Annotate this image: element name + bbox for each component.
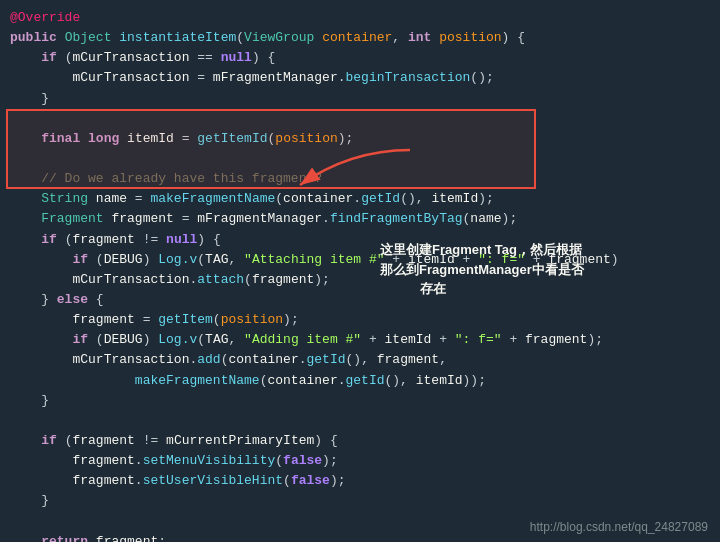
code-line-14: } else { xyxy=(10,290,710,310)
code-line-23: fragment.setUserVisibleHint(false); xyxy=(10,471,710,491)
code-line-7 xyxy=(10,149,710,169)
code-line-15: fragment = getItem(position); xyxy=(10,310,710,330)
code-editor: @Override public Object instantiateItem(… xyxy=(0,0,720,542)
code-line-4: } xyxy=(10,89,710,109)
code-line-16: if (DEBUG) Log.v(TAG, "Adding item #" + … xyxy=(10,330,710,350)
code-line-12: if (DEBUG) Log.v(TAG, "Attaching item #"… xyxy=(10,250,710,270)
code-line-22: fragment.setMenuVisibility(false); xyxy=(10,451,710,471)
annotation-line: @Override xyxy=(10,8,710,28)
code-line-19: } xyxy=(10,391,710,411)
annotation-line-1: 这里创建Fragment Tag，然后根据 xyxy=(380,240,584,260)
code-line-1: public Object instantiateItem(ViewGroup … xyxy=(10,28,710,48)
url-watermark: http://blog.csdn.net/qq_24827089 xyxy=(530,520,708,534)
code-line-18: makeFragmentName(container.getId(), item… xyxy=(10,371,710,391)
code-line-24: } xyxy=(10,491,710,511)
code-line-10: Fragment fragment = mFragmentManager.fin… xyxy=(10,209,710,229)
code-line-13: mCurTransaction.attach(fragment); xyxy=(10,270,710,290)
annotation-text: 这里创建Fragment Tag，然后根据 那么到FragmentManager… xyxy=(380,240,584,299)
annotation-line-3: 存在 xyxy=(380,279,584,299)
code-line-3: mCurTransaction = mFragmentManager.begin… xyxy=(10,68,710,88)
code-line-21: if (fragment != mCurrentPrimaryItem) { xyxy=(10,431,710,451)
code-line-17: mCurTransaction.add(container.getId(), f… xyxy=(10,350,710,370)
code-line-2: if (mCurTransaction == null) { xyxy=(10,48,710,68)
code-line-5 xyxy=(10,109,710,129)
annotation-line-2: 那么到FragmentManager中看是否 xyxy=(380,260,584,280)
code-line-9: String name = makeFragmentName(container… xyxy=(10,189,710,209)
code-line-8: // Do we already have this fragment? xyxy=(10,169,710,189)
code-line-20 xyxy=(10,411,710,431)
code-line-6: final long itemId = getItemId(position); xyxy=(10,129,710,149)
code-line-11: if (fragment != null) { xyxy=(10,230,710,250)
